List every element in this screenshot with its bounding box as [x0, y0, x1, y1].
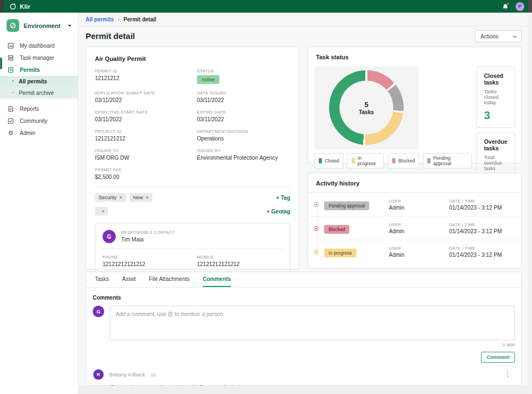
field-value: ISM ORG DW	[95, 155, 188, 161]
donut-chart-area: 5 Tasks	[314, 66, 418, 149]
tab[interactable]: Tasks	[95, 272, 109, 287]
reports-icon	[8, 106, 14, 112]
remove-tag-icon[interactable]: ×	[146, 195, 149, 200]
tab[interactable]: Asset	[122, 272, 136, 287]
legend-swatch	[392, 158, 395, 164]
legend-label: Pending approval	[433, 155, 467, 166]
add-geotag-button[interactable]: + Geotag	[267, 209, 290, 215]
sidebar-item-label: Task manager	[20, 55, 54, 61]
topbar: Klir P	[0, 0, 532, 13]
sidebar-item-my-dashboard[interactable]: My dashboard	[0, 40, 78, 52]
field-label: APPLICATION SUBMIT DATE	[95, 91, 188, 95]
environment-icon	[7, 19, 19, 32]
notifications-bell-icon[interactable]	[502, 3, 509, 10]
geotag-chip[interactable]: ×	[95, 207, 108, 216]
activity-badge-cell: In progress	[324, 247, 389, 257]
activity-date-cell: DATE / TIME 01/14/2023 - 3:12 PM	[449, 246, 510, 258]
sidebar-item-reports[interactable]: Reports	[0, 103, 78, 115]
dashboard-icon	[8, 43, 14, 49]
task-status-card: Task status 5 Tasks Closed	[308, 47, 522, 164]
active-nav-indicator	[0, 58, 2, 69]
status-badge: Blocked	[324, 225, 349, 234]
activity-row: Pending approval USER Admin DATE / TIME …	[308, 193, 521, 216]
legend-item: In progress	[347, 153, 384, 168]
field-value: 03/11/2022	[95, 116, 188, 122]
field-label: PROJECT ID	[95, 129, 188, 134]
overdue-tasks-subtitle: Total overdue tasks	[484, 155, 507, 171]
user-value: Admin	[389, 205, 449, 211]
tag-chip[interactable]: New×	[129, 193, 152, 202]
comments-heading: Comments	[93, 295, 515, 301]
gear-icon: ⚙	[8, 130, 14, 136]
window-frame-left	[0, 0, 4, 13]
activity-user-cell: USER Admin	[389, 199, 449, 211]
remove-geotag-icon[interactable]: ×	[101, 209, 104, 214]
field-label: PERMIT FEE	[95, 167, 188, 172]
scrollbar-track[interactable]	[528, 13, 532, 394]
permit-title: Air Quality Permit	[95, 55, 290, 62]
field-value: Environmental Protection Agency	[197, 155, 290, 161]
permits-icon	[8, 67, 14, 73]
permit-field: PROJECT ID 1212121212	[95, 129, 188, 142]
comment-composer: G	[93, 306, 515, 340]
breadcrumb-all-permits-link[interactable]: All permits	[86, 16, 114, 22]
sidebar-item-permits[interactable]: Permits	[0, 64, 78, 76]
comments-section: Comments G 0 /800 Comment R Brittany Kil…	[86, 288, 521, 390]
workspace-switcher[interactable]: Environment	[0, 13, 78, 40]
mobile-label: MOBILE	[197, 255, 282, 260]
closed-tasks-box: Closed tasks Tasks closed today 3	[476, 66, 515, 128]
detail-tabs-card: Tasks Asset File Attachments Comments Co…	[86, 272, 522, 386]
user-label: USER	[389, 246, 449, 251]
tag-label: Security	[99, 195, 117, 200]
brand-name: Klir	[20, 3, 30, 10]
sidebar-item-admin[interactable]: ⚙ Admin	[0, 127, 78, 139]
tab[interactable]: Comments	[203, 272, 231, 287]
permit-detail-card: Air Quality Permit PERMIT ID 12121212 ST…	[86, 47, 299, 269]
add-tag-button[interactable]: + Tag	[276, 195, 290, 201]
tag-chip[interactable]: Security×	[95, 193, 126, 202]
donut-total-label: Tasks	[359, 109, 374, 115]
activity-date-cell: DATE / TIME 01/14/2023 - 3:12 PM	[449, 222, 510, 234]
sidebar-item-task-manager[interactable]: Task manager	[0, 52, 78, 64]
actions-dropdown-button[interactable]: Actions	[475, 30, 522, 42]
comment-menu-icon[interactable]: ⋮	[505, 372, 511, 378]
workspace-caret-icon	[68, 25, 71, 27]
comment-input[interactable]	[110, 306, 515, 340]
activity-timeline: Pending approval USER Admin DATE / TIME …	[308, 193, 521, 263]
legend-swatch	[352, 158, 355, 164]
mobile-value: 12121212121212	[197, 261, 282, 267]
closed-tasks-title: Closed tasks	[484, 72, 507, 86]
phone-label: PHONE	[103, 255, 188, 260]
activity-badge-cell: Blocked	[324, 223, 389, 233]
sidebar-item-permit-archive[interactable]: • Permit archive	[0, 87, 78, 99]
overdue-tasks-title: Overdue tasks	[484, 138, 507, 151]
date-value: 01/14/2023 - 3:12 PM	[449, 252, 510, 258]
activity-row: Blocked USER Admin DATE / TIME 01/14/202…	[308, 216, 521, 240]
comment-submit-button[interactable]: Comment	[481, 352, 515, 363]
user-label: USER	[389, 222, 449, 227]
comment-header: R Brittany Kilback 1s ⋮	[93, 369, 515, 380]
permit-field: EXPIRY DATE 03/11/2022	[197, 110, 290, 122]
bullet-icon: •	[12, 91, 14, 95]
permit-field: APPLICATION SUBMIT DATE 03/11/2022	[95, 91, 188, 103]
permit-field: ISSUED TO ISM ORG DW	[95, 148, 188, 161]
activity-date-cell: DATE / TIME 01/14/2023 - 3:12 PM	[449, 199, 510, 211]
donut-total: 5	[364, 100, 368, 109]
field-value: 03/11/2022	[197, 97, 290, 103]
chevron-down-icon	[513, 33, 517, 37]
character-counter: 0 /800	[93, 342, 515, 347]
breadcrumb: All permits › Permit detail	[78, 13, 532, 26]
remove-tag-icon[interactable]: ×	[120, 195, 122, 200]
field-label: ISSUED TO	[95, 148, 188, 153]
sidebar-item-all-permits[interactable]: • All permits	[0, 76, 78, 87]
tab[interactable]: File Attachments	[149, 272, 190, 287]
composer-avatar: G	[93, 306, 104, 317]
user-avatar[interactable]: P	[516, 2, 524, 11]
breadcrumb-chevron-icon: ›	[118, 16, 120, 22]
legend-item: Closed	[314, 153, 343, 168]
activity-badge-cell: Pending approval	[324, 200, 389, 210]
permit-field: STATUS Active	[197, 69, 290, 84]
brand: Klir	[9, 3, 30, 10]
sidebar-item-community[interactable]: Community	[0, 115, 78, 127]
main-content: All permits › Permit detail Permit detai…	[78, 13, 532, 394]
